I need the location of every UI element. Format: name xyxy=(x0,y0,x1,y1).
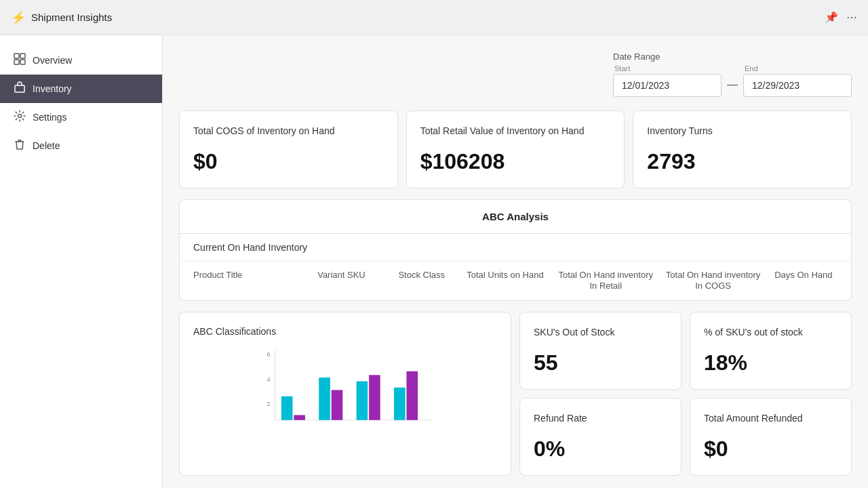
kpi-label-inventory-turns: Inventory Turns xyxy=(647,125,837,138)
topbar-left: ⚡ Shipment Insights xyxy=(11,10,112,25)
kpi-value-total-cogs: $0 xyxy=(193,149,384,174)
abc-bar-chart: 6 4 2 xyxy=(193,345,497,426)
kpi-value-pct-skus: 18% xyxy=(704,350,837,375)
kpi-label-total-retail: Total Retail Value of Inventory on Hand xyxy=(420,125,611,138)
svg-rect-14 xyxy=(332,390,343,420)
svg-text:6: 6 xyxy=(267,351,271,358)
sidebar-label-overview: Overview xyxy=(33,55,72,66)
sidebar-item-overview[interactable]: Overview xyxy=(0,46,162,75)
start-label: Start xyxy=(613,64,722,73)
date-dash: — xyxy=(727,79,738,91)
sidebar-item-settings[interactable]: Settings xyxy=(0,103,162,131)
kpi-label-skus-out: SKU's Out of Stock xyxy=(534,326,667,340)
svg-rect-4 xyxy=(15,85,24,92)
kpi-card-total-cogs: Total COGS of Inventory on Hand $0 xyxy=(179,110,398,188)
kpi-label-refund-rate: Refund Rate xyxy=(534,412,667,426)
kpi-row: Total COGS of Inventory on Hand $0 Total… xyxy=(179,110,852,188)
kpi-label-pct-skus: % of SKU's out of stock xyxy=(704,326,837,340)
col-days-on-hand: Days On Hand xyxy=(770,270,837,293)
app-title: Shipment Insights xyxy=(31,12,112,23)
sidebar-label-settings: Settings xyxy=(33,112,67,123)
abc-analysis-section: ABC Analysis Current On Hand Inventory P… xyxy=(179,199,852,302)
abc-classifications-card: ABC Classifications 6 4 2 xyxy=(179,312,511,475)
svg-rect-15 xyxy=(357,382,368,420)
delete-icon xyxy=(14,138,26,153)
svg-rect-18 xyxy=(406,371,418,420)
date-range-label: Date Range xyxy=(613,52,852,62)
svg-rect-16 xyxy=(369,375,380,420)
date-range-group: Date Range Start — End xyxy=(613,52,852,97)
svg-rect-3 xyxy=(20,60,25,64)
kpi-value-inventory-turns: 2793 xyxy=(647,149,837,174)
sidebar-label-delete: Delete xyxy=(33,140,60,151)
inventory-icon xyxy=(14,81,26,96)
svg-text:4: 4 xyxy=(267,376,271,383)
sidebar-label-inventory: Inventory xyxy=(33,83,72,94)
layout: Overview Inventory Settings Delete Dat xyxy=(0,35,868,488)
kpi-value-total-retail: $106208 xyxy=(420,149,611,174)
kpi-card-total-refunded: Total Amount Refunded $0 xyxy=(690,398,852,476)
kpi-value-total-refunded: $0 xyxy=(704,436,837,462)
col-total-units: Total Units on Hand xyxy=(461,270,549,293)
sidebar-item-delete[interactable]: Delete xyxy=(0,131,162,160)
right-kpi-cards: SKU's Out of Stock 55 % of SKU's out of … xyxy=(519,312,852,475)
sidebar-item-inventory[interactable]: Inventory xyxy=(0,75,162,103)
date-range-section: Date Range Start — End xyxy=(179,52,852,97)
inventory-table-headers: Product Title Variant SKU Stock Class To… xyxy=(180,262,851,301)
svg-rect-0 xyxy=(14,54,19,58)
kpi-card-total-retail: Total Retail Value of Inventory on Hand … xyxy=(406,110,625,188)
svg-rect-12 xyxy=(294,415,305,420)
kpi-card-skus-out: SKU's Out of Stock 55 xyxy=(519,312,682,390)
abc-analysis-title: ABC Analysis xyxy=(180,200,851,234)
svg-rect-17 xyxy=(394,388,406,420)
abc-analysis-subtitle: Current On Hand Inventory xyxy=(180,234,851,262)
kpi-card-inventory-turns: Inventory Turns 2793 xyxy=(633,110,852,188)
svg-rect-1 xyxy=(20,54,25,58)
pin-icon[interactable]: 📌 xyxy=(825,11,838,24)
start-date-wrap: Start xyxy=(613,64,722,97)
topbar: ⚡ Shipment Insights 📌 ⋯ xyxy=(0,0,868,35)
end-date-input[interactable] xyxy=(743,74,852,97)
start-date-input[interactable] xyxy=(613,74,722,97)
col-product-title: Product Title xyxy=(193,270,295,293)
col-on-hand-cogs: Total On Hand inventory In COGS xyxy=(662,270,764,293)
main-content: Date Range Start — End Total COGS of Inv xyxy=(163,35,868,488)
kpi-value-skus-out: 55 xyxy=(534,350,667,375)
bottom-section: ABC Classifications 6 4 2 xyxy=(179,312,852,475)
kpi-value-refund-rate: 0% xyxy=(534,436,667,462)
svg-rect-13 xyxy=(319,378,330,420)
svg-point-5 xyxy=(18,115,22,118)
kpi-card-pct-skus: % of SKU's out of stock 18% xyxy=(690,312,852,390)
kpi-card-refund-rate: Refund Rate 0% xyxy=(519,398,682,476)
svg-rect-11 xyxy=(281,396,293,420)
sidebar: Overview Inventory Settings Delete xyxy=(0,35,163,488)
right-kpi-bottom: Refund Rate 0% Total Amount Refunded $0 xyxy=(519,398,852,476)
app-logo-icon: ⚡ xyxy=(11,10,26,25)
topbar-right: 📌 ⋯ xyxy=(825,11,857,24)
col-variant-sku: Variant SKU xyxy=(300,270,382,293)
right-kpi-top: SKU's Out of Stock 55 % of SKU's out of … xyxy=(519,312,852,390)
overview-icon xyxy=(14,53,26,68)
svg-rect-2 xyxy=(14,60,19,64)
abc-classifications-label: ABC Classifications xyxy=(193,326,497,337)
more-options-icon[interactable]: ⋯ xyxy=(846,11,857,24)
end-label: End xyxy=(743,64,852,73)
abc-chart-area: 6 4 2 xyxy=(193,345,497,426)
svg-text:2: 2 xyxy=(267,401,271,408)
kpi-label-total-refunded: Total Amount Refunded xyxy=(704,412,837,426)
end-date-wrap: End xyxy=(743,64,852,97)
col-stock-class: Stock Class xyxy=(388,270,456,293)
col-on-hand-retail: Total On Hand inventory In Retail xyxy=(555,270,656,293)
settings-icon xyxy=(14,110,26,125)
kpi-label-total-cogs: Total COGS of Inventory on Hand xyxy=(193,125,384,138)
date-fields: Start — End xyxy=(613,64,852,97)
